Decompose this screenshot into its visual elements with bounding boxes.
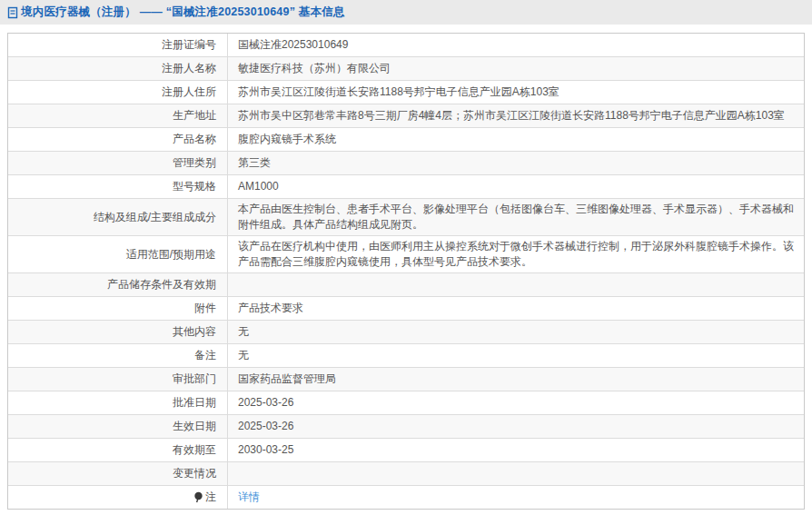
row-value-text: 苏州市吴江区江陵街道长安路1188号邦宁电子信息产业园A栋103室: [238, 84, 559, 100]
row-label-text: 生效日期: [173, 419, 216, 434]
row-label-text: 备注: [194, 348, 216, 363]
row-value-text: 产品技术要求: [238, 301, 303, 316]
row-value: 第三类: [228, 152, 804, 174]
row-value: 腹腔内窥镜手术系统: [228, 128, 804, 151]
row-value: 2030-03-25: [228, 439, 804, 461]
row-label: 注册人名称: [8, 57, 228, 80]
row-value: 2025-03-26: [228, 415, 804, 438]
row-label: 其他内容: [8, 321, 228, 343]
table-row: 批准日期2025-03-26: [8, 391, 804, 415]
row-value-text: 该产品在医疗机构中使用，由医师利用主从操控系统对于微创手术器械进行控制，用于泌尿…: [238, 239, 795, 270]
row-label: 注: [8, 486, 228, 509]
table-row: 附件产品技术要求: [8, 297, 804, 321]
row-label: 注册人住所: [8, 81, 228, 104]
row-label-text: 适用范围/预期用途: [126, 247, 216, 262]
row-label: 产品名称: [8, 128, 228, 151]
table-row: 注详情: [8, 486, 804, 509]
table-row: 适用范围/预期用途该产品在医疗机构中使用，由医师利用主从操控系统对于微创手术器械…: [8, 236, 804, 273]
row-value-text: 2030-03-25: [238, 442, 293, 458]
row-value-text: 苏州市吴中区郭巷常丰路8号三期厂房4幢4层；苏州市吴江区江陵街道长安路1188号…: [238, 108, 785, 124]
note-icon: [193, 491, 203, 503]
row-value: 无: [228, 344, 804, 367]
table-row: 结构及组成/主要组成成分本产品由医生控制台、患者手术平台、影像处理平台（包括图像…: [8, 199, 804, 236]
row-value: 敏捷医疗科技（苏州）有限公司: [228, 57, 804, 80]
row-label: 审批部门: [8, 368, 228, 391]
row-label-text: 注册人住所: [162, 84, 216, 100]
row-label-text: 注册人名称: [162, 61, 216, 76]
row-value-text: AM1000: [238, 179, 279, 194]
row-label-text: 产品储存条件及有效期: [107, 277, 216, 292]
row-value: 详情: [228, 486, 804, 509]
row-label: 备注: [8, 344, 228, 367]
row-label-text: 变更情况: [173, 466, 216, 481]
row-value: 本产品由医生控制台、患者手术平台、影像处理平台（包括图像台车、三维图像处理器、手…: [228, 199, 804, 235]
table-row: 有效期至2030-03-25: [8, 439, 804, 462]
row-label: 批准日期: [8, 391, 228, 414]
table-row: 产品名称腹腔内窥镜手术系统: [8, 128, 804, 152]
row-label: 有效期至: [8, 439, 228, 461]
details-link[interactable]: 详情: [238, 490, 260, 505]
row-value: AM1000: [228, 175, 804, 198]
document-icon: [7, 6, 18, 19]
row-label: 变更情况: [8, 462, 228, 485]
table-row: 审批部门国家药品监督管理局: [8, 368, 804, 391]
table-row: 管理类别第三类: [8, 152, 804, 175]
row-label: 适用范围/预期用途: [8, 236, 228, 272]
row-label-text: 注册证编号: [162, 37, 216, 53]
table-row: 其他内容无: [8, 321, 804, 344]
table-row: 变更情况: [8, 462, 804, 486]
row-label-text: 产品名称: [173, 132, 216, 147]
row-label: 注册证编号: [8, 34, 228, 56]
table-row: 产品储存条件及有效期: [8, 273, 804, 297]
row-value-text: 无: [238, 324, 249, 340]
page-header: 境内医疗器械（注册） —— “国械注准20253010649” 基本信息: [0, 0, 812, 25]
row-value: 苏州市吴中区郭巷常丰路8号三期厂房4幢4层；苏州市吴江区江陵街道长安路1188号…: [228, 104, 804, 127]
row-value-text: 国家药品监督管理局: [238, 371, 336, 387]
row-value: 2025-03-26: [228, 391, 804, 414]
row-label: 附件: [8, 297, 228, 320]
row-label-text: 生产地址: [173, 108, 216, 124]
row-label-text: 批准日期: [173, 395, 216, 411]
row-label-text: 附件: [194, 301, 216, 316]
table-row: 生产地址苏州市吴中区郭巷常丰路8号三期厂房4幢4层；苏州市吴江区江陵街道长安路1…: [8, 104, 804, 128]
row-value-text: 国械注准20253010649: [238, 37, 348, 53]
row-label: 生效日期: [8, 415, 228, 438]
row-value: 苏州市吴江区江陵街道长安路1188号邦宁电子信息产业园A栋103室: [228, 81, 804, 104]
row-value-text: 敏捷医疗科技（苏州）有限公司: [238, 61, 391, 76]
registration-info-table: 注册证编号国械注准20253010649注册人名称敏捷医疗科技（苏州）有限公司注…: [7, 33, 805, 510]
row-label-text: 有效期至: [173, 442, 216, 458]
row-label-text: 结构及组成/主要组成成分: [94, 210, 216, 225]
row-label: 结构及组成/主要组成成分: [8, 199, 228, 235]
row-value: 无: [228, 321, 804, 343]
row-value: [228, 273, 804, 296]
row-value: [228, 462, 804, 485]
row-label-text: 注: [205, 490, 216, 505]
row-value: 该产品在医疗机构中使用，由医师利用主从操控系统对于微创手术器械进行控制，用于泌尿…: [228, 236, 804, 272]
row-value-text: 2025-03-26: [238, 395, 293, 411]
table-row: 注册人名称敏捷医疗科技（苏州）有限公司: [8, 57, 804, 81]
row-label-text: 管理类别: [173, 155, 216, 171]
table-row: 注册证编号国械注准20253010649: [8, 34, 804, 57]
row-value: 国械注准20253010649: [228, 34, 804, 56]
row-value-text: 本产品由医生控制台、患者手术平台、影像处理平台（包括图像台车、三维图像处理器、手…: [238, 202, 795, 233]
row-label: 产品储存条件及有效期: [8, 273, 228, 296]
table-row: 型号规格AM1000: [8, 175, 804, 199]
row-label-text: 其他内容: [173, 324, 216, 340]
row-label: 型号规格: [8, 175, 228, 198]
table-row: 注册人住所苏州市吴江区江陵街道长安路1188号邦宁电子信息产业园A栋103室: [8, 81, 804, 104]
row-value: 国家药品监督管理局: [228, 368, 804, 391]
row-label-text: 型号规格: [173, 179, 216, 194]
row-value-text: 无: [238, 348, 249, 363]
table-row: 备注无: [8, 344, 804, 368]
page-title: 境内医疗器械（注册） —— “国械注准20253010649” 基本信息: [21, 5, 345, 20]
table-row: 生效日期2025-03-26: [8, 415, 804, 439]
row-label: 管理类别: [8, 152, 228, 174]
row-label-text: 审批部门: [173, 371, 216, 387]
row-value: 产品技术要求: [228, 297, 804, 320]
row-label: 生产地址: [8, 104, 228, 127]
row-value-text: 2025-03-26: [238, 419, 293, 434]
row-value-text: 腹腔内窥镜手术系统: [238, 132, 336, 147]
row-value-text: 第三类: [238, 155, 271, 171]
